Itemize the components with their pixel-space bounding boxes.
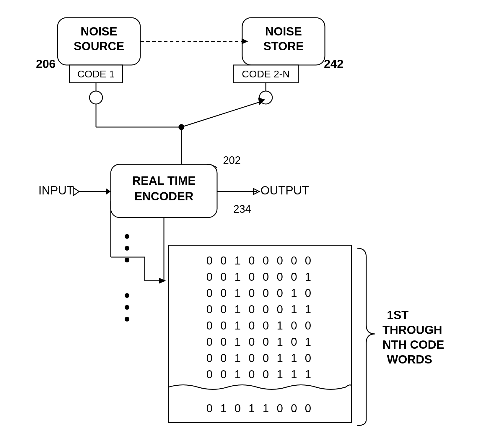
- nth-label-3: NTH CODE: [382, 338, 444, 351]
- svg-text:NOISE: NOISE: [265, 25, 302, 38]
- nth-label-2: THROUGH: [382, 323, 442, 336]
- svg-text:NOISE: NOISE: [81, 25, 117, 38]
- svg-point-10: [89, 91, 102, 104]
- codeword-row-4: 0 0 1 0 0 0 1 1: [206, 303, 314, 316]
- svg-point-40: [125, 305, 129, 310]
- svg-text:ENCODER: ENCODER: [134, 190, 193, 203]
- svg-point-32: [125, 258, 129, 262]
- label-242: 242: [324, 57, 344, 70]
- svg-line-15: [181, 102, 260, 127]
- label-234: 234: [233, 203, 251, 215]
- svg-text:STORE: STORE: [263, 40, 304, 53]
- nth-label-4: WORDS: [387, 353, 432, 366]
- code2n-label: CODE 2-N: [242, 68, 290, 79]
- output-label: OUTPUT: [260, 184, 309, 197]
- label-206: 206: [36, 57, 56, 70]
- svg-marker-26: [106, 189, 111, 194]
- svg-point-30: [125, 234, 129, 239]
- svg-point-31: [125, 246, 129, 251]
- codeword-row-1: 0 0 1 0 0 0 0 0: [206, 254, 314, 267]
- svg-text:REAL TIME: REAL TIME: [132, 174, 196, 187]
- codeword-row-5: 0 0 1 0 0 1 0 0: [206, 319, 314, 332]
- codeword-row-8: 0 0 1 0 0 1 1 1: [206, 368, 314, 381]
- label-202: 202: [223, 154, 241, 166]
- nth-label-1: 1ST: [387, 309, 408, 322]
- svg-marker-24: [73, 188, 79, 196]
- codeword-last-row: 0 1 0 1 1 0 0 0: [206, 402, 314, 415]
- codeword-row-7: 0 0 1 0 0 1 1 0: [206, 352, 314, 364]
- svg-point-39: [125, 293, 129, 298]
- svg-point-41: [125, 317, 129, 322]
- diagram-container: NOISE SOURCE NOISE STORE 206 242 CODE 1 …: [0, 0, 495, 448]
- svg-marker-38: [159, 278, 166, 284]
- codeword-row-3: 0 0 1 0 0 0 1 0: [206, 287, 314, 299]
- code1-label: CODE 1: [77, 68, 115, 79]
- svg-text:SOURCE: SOURCE: [74, 40, 124, 53]
- codeword-row-2: 0 0 1 0 0 0 0 1: [206, 271, 314, 283]
- codeword-row-6: 0 0 1 0 0 1 0 1: [206, 336, 314, 348]
- input-label: INPUT: [38, 184, 74, 197]
